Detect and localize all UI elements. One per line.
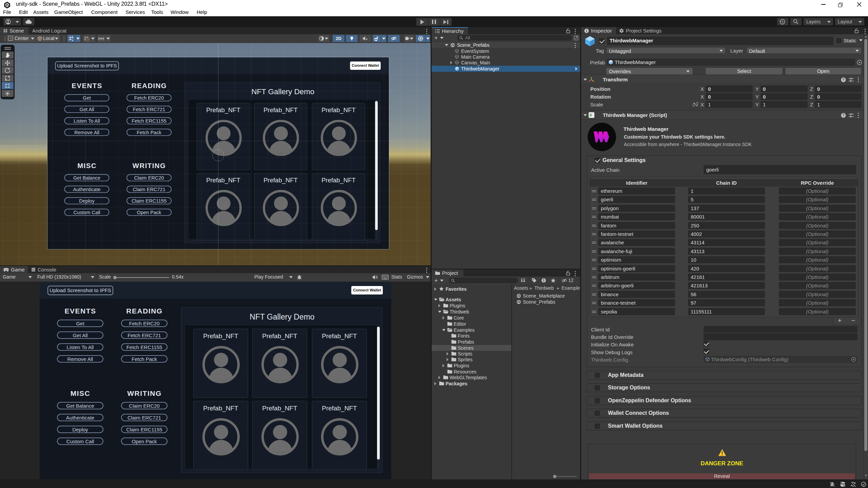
svg-text:Y: Y [72, 39, 74, 41]
svg-text:?: ? [842, 114, 844, 117]
svg-text:?: ? [842, 78, 844, 82]
